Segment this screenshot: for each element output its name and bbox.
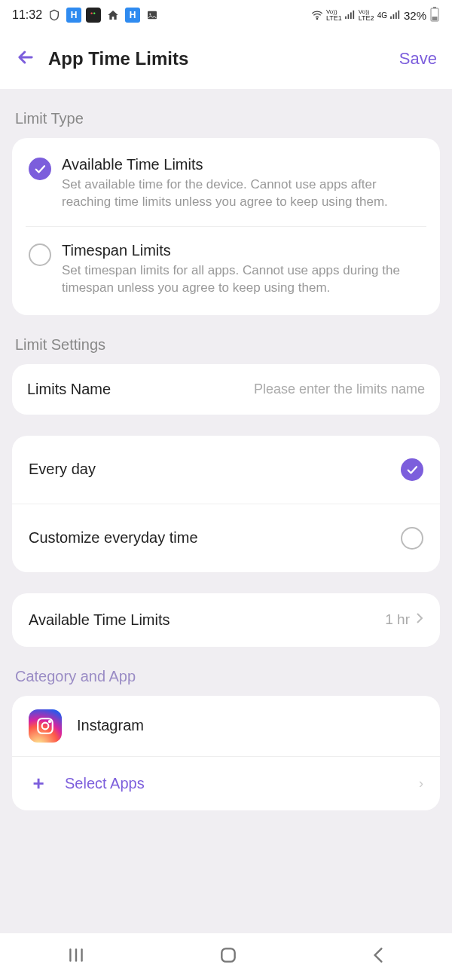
- select-apps-label: Select Apps: [65, 775, 402, 792]
- app-icon-1: H: [66, 8, 81, 23]
- svg-point-1: [93, 12, 95, 14]
- lte2-label: Vo))LTE2: [359, 9, 374, 22]
- section-limit-settings: Limit Settings: [15, 336, 440, 354]
- radio-unchecked-icon: [29, 243, 51, 266]
- option-timespan[interactable]: Timespan Limits Set timespan limits for …: [26, 226, 426, 312]
- chevron-right-icon: [416, 611, 423, 628]
- option-available-title: Available Time Limits: [62, 156, 423, 173]
- section-limit-type: Limit Type: [15, 110, 440, 127]
- back-icon[interactable]: [15, 47, 36, 71]
- svg-rect-7: [350, 12, 352, 19]
- limit-type-card: Available Time Limits Set available time…: [12, 138, 440, 315]
- svg-rect-8: [353, 10, 354, 18]
- option-customize[interactable]: Customize everyday time: [12, 504, 440, 572]
- back-button[interactable]: [371, 945, 386, 968]
- navigation-bar: [0, 933, 452, 980]
- shield-icon: [47, 8, 62, 23]
- svg-rect-11: [396, 12, 397, 19]
- app-row-instagram[interactable]: Instagram: [12, 696, 440, 757]
- svg-rect-2: [148, 11, 157, 20]
- svg-rect-10: [393, 14, 395, 19]
- option-timespan-desc: Set timespan limits for all apps. Cannot…: [62, 262, 423, 297]
- instagram-icon: [29, 709, 62, 743]
- network-4g: 4G: [377, 11, 387, 20]
- time-limit-row[interactable]: Available Time Limits 1 hr: [12, 593, 440, 647]
- page-title: App Time Limits: [48, 48, 399, 69]
- svg-rect-15: [432, 17, 438, 20]
- check-icon: [401, 458, 423, 481]
- every-day-label: Every day: [29, 461, 96, 478]
- svg-point-18: [49, 721, 50, 722]
- chevron-right-icon: ›: [419, 776, 423, 792]
- limits-name-row[interactable]: Limits Name: [12, 364, 440, 415]
- svg-rect-9: [390, 16, 392, 18]
- recents-button[interactable]: [66, 947, 86, 966]
- wifi-icon: [311, 9, 323, 22]
- svg-point-4: [316, 18, 317, 19]
- limits-name-label: Limits Name: [27, 381, 111, 398]
- signal-icon-2: [390, 10, 401, 21]
- limits-name-input[interactable]: [206, 381, 425, 397]
- section-category: Category and App: [15, 668, 440, 685]
- unchecked-icon: [401, 527, 423, 550]
- lte1-label: Vo))LTE1: [326, 9, 342, 22]
- save-button[interactable]: Save: [399, 49, 437, 69]
- signal-icon-1: [345, 10, 356, 21]
- app-icon-3: H: [125, 8, 140, 23]
- category-card: Instagram + Select Apps ›: [12, 696, 440, 810]
- status-bar: 11:32 H H Vo))LTE1 Vo))LTE2 4G 32%: [0, 0, 452, 30]
- svg-rect-12: [398, 10, 399, 18]
- customize-label: Customize everyday time: [29, 529, 198, 547]
- plus-icon: +: [29, 772, 48, 795]
- app-icon-2: [86, 8, 101, 23]
- battery-label: 32%: [404, 9, 426, 22]
- svg-point-3: [149, 14, 151, 15]
- schedule-card: Every day Customize everyday time: [12, 436, 440, 572]
- option-timespan-title: Timespan Limits: [62, 242, 423, 259]
- app-name: Instagram: [77, 717, 144, 734]
- option-every-day[interactable]: Every day: [12, 436, 440, 504]
- svg-rect-6: [347, 14, 349, 19]
- home-icon: [105, 8, 121, 23]
- svg-rect-5: [345, 16, 347, 18]
- battery-icon: [429, 7, 440, 24]
- svg-rect-22: [221, 948, 234, 961]
- option-available-time[interactable]: Available Time Limits Set available time…: [26, 141, 426, 226]
- time-limit-value: 1 hr: [385, 611, 410, 628]
- status-time: 11:32: [12, 8, 42, 22]
- radio-checked-icon: [29, 158, 51, 180]
- select-apps-row[interactable]: + Select Apps ›: [12, 757, 440, 810]
- svg-point-0: [90, 12, 92, 14]
- header: App Time Limits Save: [0, 30, 452, 89]
- image-icon: [145, 8, 160, 23]
- option-available-desc: Set available time for the device. Canno…: [62, 176, 423, 211]
- time-limit-label: Available Time Limits: [29, 611, 170, 629]
- svg-point-17: [42, 722, 49, 729]
- home-button[interactable]: [218, 945, 238, 968]
